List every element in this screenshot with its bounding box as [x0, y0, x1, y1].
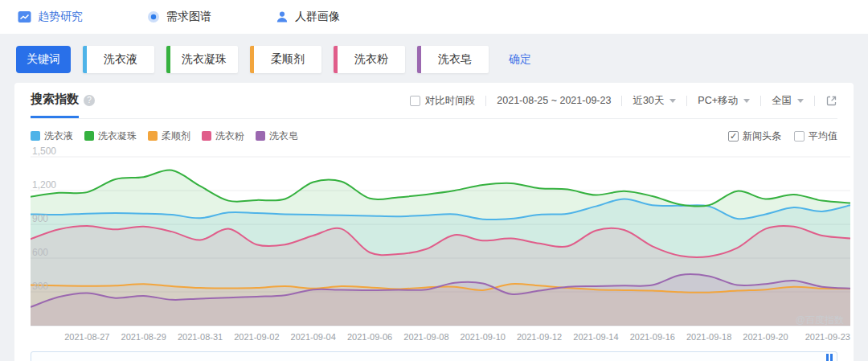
- x-axis-label: 2021-09-20: [743, 332, 788, 342]
- legend-item-4[interactable]: 洗衣粉: [202, 129, 244, 143]
- x-axis-label: 2021-09-12: [517, 332, 562, 342]
- keyword-chip-4[interactable]: 洗衣粉: [334, 46, 405, 73]
- datazoom-slider[interactable]: [31, 351, 837, 361]
- time-range-value: 近30天: [633, 94, 664, 108]
- panel-title-wrap: 搜索指数 ?: [31, 83, 95, 118]
- datazoom-handle-right[interactable]: [826, 354, 833, 361]
- legend-item-3[interactable]: 柔顺剂: [148, 129, 190, 143]
- keyword-chip-5[interactable]: 洗衣皂: [417, 46, 489, 73]
- keyword-tab-button[interactable]: 关键词: [16, 46, 71, 73]
- y-axis-label: 1,500: [32, 146, 56, 157]
- divider: [760, 96, 761, 106]
- legend-swatch: [202, 131, 211, 141]
- watermark: @百度指数: [796, 314, 844, 327]
- y-axis-label: 900: [32, 213, 48, 224]
- legend-item-1[interactable]: 洗衣液: [31, 129, 73, 143]
- panel-header: 搜索指数 ? 对比时间段 2021-08-25 ~ 2021-09-23 近30…: [31, 83, 837, 119]
- baidu-index-page: 趋势研究需求图谱人群画像 关键词 洗衣液洗衣凝珠柔顺剂洗衣粉洗衣皂 确定 搜索指…: [0, 0, 868, 361]
- nav-tab-audience-profile[interactable]: 人群画像: [276, 10, 340, 24]
- legend-label: 柔顺剂: [162, 129, 190, 143]
- chart-controls: 对比时间段 2021-08-25 ~ 2021-09-23 近30天 PC+移动…: [410, 94, 837, 108]
- x-axis-label: 2021-09-02: [234, 332, 279, 342]
- x-axis-label: 2021-08-31: [178, 332, 223, 342]
- x-axis-label: 2021-09-10: [461, 332, 506, 342]
- keyword-chip-label: 洗衣粉: [354, 52, 388, 67]
- nav-tab-label: 趋势研究: [38, 10, 83, 24]
- toggle-label: 平均值: [809, 129, 837, 143]
- device-select[interactable]: PC+移动: [698, 94, 750, 108]
- legend-swatch: [256, 131, 265, 141]
- date-range[interactable]: 2021-08-25 ~ 2021-09-23: [497, 95, 611, 106]
- x-axis-label: 2021-09-23: [805, 332, 850, 342]
- nav-tab-label: 需求图谱: [166, 10, 211, 24]
- keyword-chip-3[interactable]: 柔顺剂: [250, 46, 321, 73]
- region-select[interactable]: 全国: [772, 94, 804, 108]
- chevron-down-icon: [743, 99, 750, 106]
- nav-tab-demand-map[interactable]: 需求图谱: [147, 10, 211, 24]
- y-axis-label: 1,200: [32, 179, 56, 191]
- toggle-label: 新闻头条: [743, 129, 781, 143]
- legend-swatch: [31, 131, 40, 141]
- divider: [686, 96, 687, 106]
- overlay-toggles: ✓新闻头条平均值: [728, 129, 837, 143]
- checkbox-icon: [794, 131, 805, 142]
- compare-period-label: 对比时间段: [425, 94, 476, 108]
- open-external-icon[interactable]: [825, 95, 837, 107]
- checkbox-icon: [410, 96, 420, 106]
- keyword-chip-list: 洗衣液洗衣凝珠柔顺剂洗衣粉洗衣皂: [83, 46, 501, 73]
- keyword-bar: 关键词 洗衣液洗衣凝珠柔顺剂洗衣粉洗衣皂 确定: [16, 46, 531, 73]
- legend-swatch: [84, 131, 94, 141]
- top-nav: 趋势研究需求图谱人群画像: [0, 0, 868, 34]
- device-value: PC+移动: [698, 94, 738, 108]
- confirm-link[interactable]: 确定: [509, 52, 531, 67]
- keyword-chip-2[interactable]: 洗衣凝珠: [166, 46, 238, 73]
- x-axis-label: 2021-08-29: [121, 332, 166, 342]
- divider: [814, 96, 815, 106]
- legend-row: 洗衣液洗衣凝珠柔顺剂洗衣粉洗衣皂 ✓新闻头条平均值: [31, 128, 837, 144]
- keyword-chip-label: 柔顺剂: [271, 52, 305, 67]
- toggle-2[interactable]: 平均值: [794, 129, 837, 143]
- panel-title: 搜索指数: [31, 83, 79, 118]
- time-range-select[interactable]: 近30天: [633, 94, 676, 108]
- checkbox-checked-icon: ✓: [728, 131, 739, 142]
- toggle-1[interactable]: ✓新闻头条: [728, 129, 781, 143]
- trend-chart-icon: [18, 10, 31, 23]
- nav-tab-trend-research[interactable]: 趋势研究: [18, 10, 83, 24]
- y-axis-label: 300: [32, 281, 48, 292]
- legend-label: 洗衣皂: [269, 129, 298, 143]
- radar-dot-icon: [147, 10, 160, 23]
- legend-label: 洗衣液: [44, 129, 73, 143]
- x-axis-label: 2021-09-16: [630, 332, 675, 342]
- chevron-down-icon: [669, 99, 676, 106]
- legend-swatch: [148, 131, 158, 141]
- person-icon: [276, 10, 289, 23]
- legend-item-2[interactable]: 洗衣凝珠: [84, 129, 137, 143]
- search-index-chart: @百度指数 3006009001,2001,5002021-08-272021-…: [31, 150, 850, 351]
- help-icon[interactable]: ?: [84, 95, 95, 106]
- divider: [621, 96, 622, 106]
- chart-legend: 洗衣液洗衣凝珠柔顺剂洗衣粉洗衣皂: [31, 129, 298, 143]
- chevron-down-icon: [797, 99, 804, 106]
- legend-label: 洗衣粉: [215, 129, 244, 143]
- x-axis-label: 2021-09-14: [573, 332, 618, 342]
- line-chart-canvas[interactable]: [31, 150, 850, 329]
- x-axis-label: 2021-09-18: [686, 332, 731, 342]
- x-axis-label: 2021-08-27: [64, 332, 109, 342]
- nav-tab-label: 人群画像: [295, 10, 340, 24]
- legend-label: 洗衣凝珠: [98, 129, 137, 143]
- x-axis-label: 2021-09-06: [347, 332, 392, 342]
- x-axis-label: 2021-09-04: [291, 332, 336, 342]
- keyword-chip-label: 洗衣皂: [438, 52, 472, 67]
- x-axis-label: 2021-09-08: [403, 332, 448, 342]
- keyword-chip-label: 洗衣凝珠: [182, 52, 227, 67]
- keyword-chip-label: 洗衣液: [104, 52, 137, 67]
- keyword-chip-1[interactable]: 洗衣液: [83, 46, 154, 73]
- legend-item-5[interactable]: 洗衣皂: [256, 129, 298, 143]
- search-index-panel: 搜索指数 ? 对比时间段 2021-08-25 ~ 2021-09-23 近30…: [14, 83, 854, 361]
- region-value: 全国: [772, 94, 792, 108]
- compare-period-checkbox[interactable]: 对比时间段: [410, 94, 476, 108]
- y-axis-label: 600: [32, 247, 48, 258]
- divider: [485, 96, 486, 106]
